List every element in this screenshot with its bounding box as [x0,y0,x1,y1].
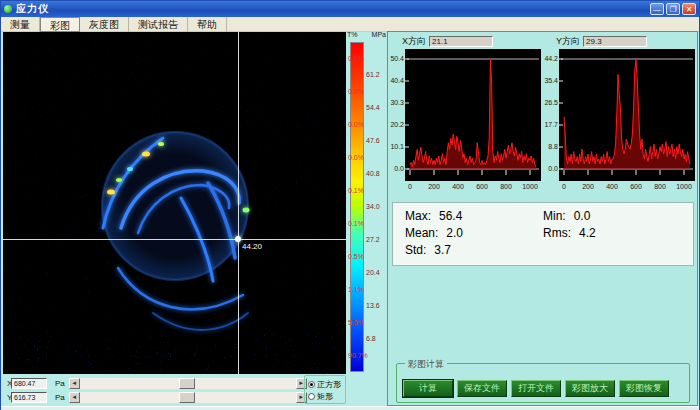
chart-y-tick-label: 26.5 [542,99,558,106]
x-scrollbar[interactable]: ◄ ► [69,378,307,389]
radio-rectangle-label: 矩形 [317,391,333,402]
colorbar-percent-label: 90.7% [348,352,368,359]
chart-y-tick-label: 0.0 [542,165,558,172]
chart-x-tick-label: 400 [448,183,468,190]
radio-square[interactable]: 正方形 [308,378,345,390]
chart-y-tick-label: 30.3 [388,99,404,106]
chart-x-plot[interactable] [405,49,541,181]
chart-y-tick-label: 35.4 [542,77,558,84]
stress-map[interactable]: 44.20 [3,32,346,374]
menu-item-grayscale[interactable]: 灰度图 [80,17,129,32]
chart-x-tick-label: 1000 [520,183,540,190]
y-scroll-track[interactable] [80,392,296,403]
colorbar-percent-label: 0.5% [348,253,364,260]
stat-mean-value: 2.0 [446,225,463,242]
colorbar-value-label: 47.6 [366,137,380,144]
stat-rms-value: 4.2 [579,225,596,242]
title-bar: 应力仪 — ❐ ✕ [1,1,699,17]
chart-x-tick-label: 800 [496,183,516,190]
radio-rectangle-icon[interactable] [308,393,315,400]
maximize-button[interactable]: ❐ [666,3,680,15]
y-scroll-left-arrow-icon[interactable]: ◄ [69,392,80,403]
colormap-calc-group: 彩图计算 计算 保存文件 打开文件 彩图放大 彩图恢复 [396,363,690,403]
x-scroll-track[interactable] [80,378,296,389]
colorbar-percent-label: 5.5% [348,319,364,326]
colorbar-percent-label: 0.0% [348,55,364,62]
colormap-restore-button[interactable]: 彩图恢复 [619,380,669,397]
chart-x-title: X方向 [402,35,426,48]
radio-rectangle[interactable]: 矩形 [308,390,345,402]
y-unit-label: Pa [55,393,65,402]
colorbar-percent-label: 0.0% [348,121,364,128]
x-scroll-left-arrow-icon[interactable]: ◄ [69,378,80,389]
chart-y-tick-label: 17.7 [542,121,558,128]
chart-y-plot[interactable] [559,49,695,181]
crosshair-horizontal-line [3,239,346,240]
chart-x-tick-label: 0 [554,183,574,190]
crosshair-value-label: 44.20 [242,242,262,251]
x-scroll-thumb[interactable] [179,378,195,389]
chart-x-direction: X方向 21.1 50.440.430.320.210.10.002004006… [388,32,542,192]
colorbar-percent-label: 1.1% [348,286,364,293]
radio-square-label: 正方形 [317,379,341,390]
app-window: 应力仪 — ❐ ✕ 测量 彩图 灰度图 测试报告 帮助 [0,0,700,410]
chart-y-cursor-field: 29.3 [583,36,647,47]
y-scrollbar[interactable]: ◄ ► [69,392,307,403]
colorbar-percent-label: 0.1% [348,220,364,227]
menu-item-test-report[interactable]: 测试报告 [129,17,188,32]
menu-item-colormap[interactable]: 彩图 [40,17,80,32]
close-button[interactable]: ✕ [682,3,696,15]
y-scroll-thumb[interactable] [179,392,195,403]
stat-rms-label: Rms: [543,225,571,242]
chart-y-tick-label: 44.2 [542,55,558,62]
save-file-button[interactable]: 保存文件 [457,380,507,397]
colormap-zoom-button[interactable]: 彩图放大 [565,380,615,397]
chart-y-tick-label: 8.8 [542,143,558,150]
right-panel: X方向 21.1 50.440.430.320.210.10.002004006… [387,31,698,406]
colorbar-value-label: 13.6 [366,302,380,309]
colorbar-value-label: 61.2 [366,71,380,78]
colorbar-value-label: 54.4 [366,104,380,111]
chart-y-title: Y方向 [556,35,580,48]
calculate-button[interactable]: 计算 [403,380,453,397]
stress-map-image [3,32,346,374]
window-shape-group: 正方形 矩形 [304,375,346,404]
open-file-button[interactable]: 打开文件 [511,380,561,397]
colorbar-unit-header: MPa [372,31,386,38]
menu-item-help[interactable]: 帮助 [188,17,227,32]
radio-square-icon[interactable] [308,381,315,388]
menu-item-measure[interactable]: 测量 [1,17,40,32]
colorbar-value-label: 40.8 [366,170,380,177]
colorbar-value-label: 20.4 [366,269,380,276]
stat-min-label: Min: [543,208,566,225]
chart-x-tick-label: 200 [578,183,598,190]
stat-mean-label: Mean: [405,225,438,242]
x-coordinate-field[interactable]: 680.47 [11,378,47,389]
chart-x-tick-label: 200 [424,183,444,190]
colorbar-percent-label: 0.1% [348,187,364,194]
chart-x-tick-label: 1000 [674,183,694,190]
cursor-controls: X 680.47 Pa ◄ ► Y 616.73 Pa ◄ ► [3,375,347,406]
chart-y-direction: Y方向 29.3 44.235.426.517.78.80.0020040060… [542,32,696,192]
colorbar-value-label: 34.0 [366,203,380,210]
chart-y-tick-label: 40.4 [388,77,404,84]
stat-std-label: Std: [405,242,426,259]
colorbar-percent-label: 0.0% [348,88,364,95]
chart-x-tick-label: 0 [400,183,420,190]
chart-x-tick-label: 400 [602,183,622,190]
chart-y-tick-label: 20.2 [388,121,404,128]
y-coordinate-field[interactable]: 616.73 [11,392,47,403]
chart-x-tick-label: 600 [626,183,646,190]
stat-std-value: 3.7 [434,242,451,259]
chart-y-tick-label: 0.0 [388,165,404,172]
x-axis-label: X [3,379,11,388]
y-axis-label: Y [3,393,11,402]
x-unit-label: Pa [55,379,65,388]
chart-x-tick-label: 800 [650,183,670,190]
colorbar-value-label: 6.8 [366,335,376,342]
colorbar-percent-header: T% [347,31,358,38]
crosshair-vertical-line [238,32,239,374]
colorbar: T% MPa 61.254.447.640.834.027.220.413.66… [347,31,386,379]
minimize-button[interactable]: — [650,3,664,15]
colormap-calc-group-title: 彩图计算 [405,358,447,371]
